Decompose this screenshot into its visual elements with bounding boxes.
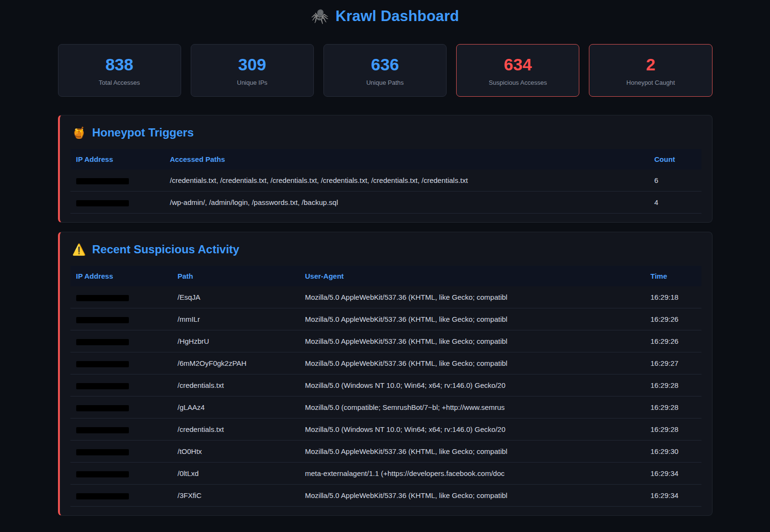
column-header-count: Count [649,149,701,170]
honeypot-tbody: /credentials.txt, /credentials.txt, /cre… [70,170,701,214]
time-cell: 16:29:28 [645,419,701,441]
time-cell: 16:29:30 [645,441,701,463]
stat-label: Unique IPs [237,79,268,86]
column-header-ip: IP Address [70,266,172,286]
path-cell: /6mM2OyF0gk2zPAH [172,352,299,374]
ip-cell [70,192,164,214]
table-row: /6mM2OyF0gk2zPAHMozilla/5.0 AppleWebKit/… [70,352,701,374]
accessed-paths-cell: /credentials.txt, /credentials.txt, /cre… [164,170,649,192]
table-row: /0ltLxdmeta-externalagent/1.1 (+https://… [70,463,701,485]
stat-label: Unique Paths [366,79,403,86]
redacted-ip [76,295,129,301]
stat-value: 636 [371,55,399,74]
column-header-path: Path [172,266,299,286]
stat-value: 2 [646,55,655,74]
table-row: /HgHzbrUMozilla/5.0 AppleWebKit/537.36 (… [70,330,701,352]
redacted-ip [76,427,129,433]
table-header-row: IP Address Accessed Paths Count [70,149,701,170]
stat-card-unique-ips: 309 Unique IPs [191,44,314,97]
spider-icon: 🕷️ [311,9,329,23]
user-agent-cell: Mozilla/5.0 AppleWebKit/537.36 (KHTML, l… [299,308,645,330]
redacted-ip [76,383,129,389]
user-agent-cell: Mozilla/5.0 (compatible; SemrushBot/7~bl… [299,396,645,419]
time-cell: 16:29:27 [645,352,701,374]
redacted-ip [76,493,129,499]
user-agent-cell: Mozilla/5.0 AppleWebKit/537.36 (KHTML, l… [299,441,645,463]
suspicious-tbody: /EsqJAMozilla/5.0 AppleWebKit/537.36 (KH… [70,286,701,507]
ip-cell [70,374,172,396]
path-cell: /credentials.txt [172,419,299,441]
suspicious-title-text: Recent Suspicious Activity [92,243,239,256]
table-row: /mmILrMozilla/5.0 AppleWebKit/537.36 (KH… [70,308,701,330]
count-cell: 4 [649,192,701,214]
suspicious-activity-section: ⚠️ Recent Suspicious Activity IP Address… [58,232,713,516]
column-header-time: Time [645,266,701,286]
stats-row: 838 Total Accesses 309 Unique IPs 636 Un… [58,44,713,97]
redacted-ip [76,178,129,184]
stat-label: Suspicious Accesses [489,79,547,86]
user-agent-cell: Mozilla/5.0 AppleWebKit/537.36 (KHTML, l… [299,330,645,352]
honeypot-table: IP Address Accessed Paths Count /credent… [70,149,701,214]
ip-cell [70,441,172,463]
count-cell: 6 [649,170,701,192]
redacted-ip [76,339,129,345]
path-cell: /mmILr [172,308,299,330]
honeypot-section-title: 🍯 Honeypot Triggers [70,126,701,139]
stat-value: 838 [105,55,133,74]
stat-label: Total Accesses [99,79,140,86]
path-cell: /HgHzbrU [172,330,299,352]
redacted-ip [76,361,129,367]
column-header-ip: IP Address [70,149,164,170]
honeypot-icon: 🍯 [72,127,86,138]
stat-card-suspicious-accesses: 634 Suspicious Accesses [456,44,579,97]
time-cell: 16:29:26 [645,330,701,352]
ip-cell [70,352,172,374]
dashboard: 🕷️ Krawl Dashboard 838 Total Accesses 30… [58,0,713,516]
table-row: /3FXfiCMozilla/5.0 AppleWebKit/537.36 (K… [70,485,701,507]
redacted-ip [76,405,129,411]
redacted-ip [76,471,129,477]
redacted-ip [76,200,129,206]
suspicious-table: IP Address Path User-Agent Time /EsqJAMo… [70,266,701,507]
time-cell: 16:29:28 [645,396,701,419]
stat-card-honeypot-caught: 2 Honeypot Caught [589,44,712,97]
header: 🕷️ Krawl Dashboard [58,0,713,44]
accessed-paths-cell: /wp-admin/, /admin/login, /passwords.txt… [164,192,649,214]
table-row: /credentials.txtMozilla/5.0 (Windows NT … [70,374,701,396]
table-row: /credentials.txt, /credentials.txt, /cre… [70,170,701,192]
table-header-row: IP Address Path User-Agent Time [70,266,701,286]
time-cell: 16:29:34 [645,463,701,485]
path-cell: /EsqJA [172,286,299,308]
user-agent-cell: Mozilla/5.0 AppleWebKit/537.36 (KHTML, l… [299,286,645,308]
path-cell: /3FXfiC [172,485,299,507]
column-header-user-agent: User-Agent [299,266,645,286]
page-title: Krawl Dashboard [335,8,459,25]
redacted-ip [76,317,129,323]
path-cell: /gLAAz4 [172,396,299,419]
ip-cell [70,463,172,485]
ip-cell [70,308,172,330]
stat-value: 309 [238,55,266,74]
time-cell: 16:29:28 [645,374,701,396]
honeypot-title-text: Honeypot Triggers [92,126,194,139]
honeypot-triggers-section: 🍯 Honeypot Triggers IP Address Accessed … [58,115,713,223]
path-cell: /0ltLxd [172,463,299,485]
stat-card-unique-paths: 636 Unique Paths [323,44,447,97]
path-cell: /credentials.txt [172,374,299,396]
ip-cell [70,170,164,192]
user-agent-cell: Mozilla/5.0 (Windows NT 10.0; Win64; x64… [299,419,645,441]
time-cell: 16:29:34 [645,485,701,507]
table-row: /gLAAz4Mozilla/5.0 (compatible; SemrushB… [70,396,701,419]
user-agent-cell: meta-externalagent/1.1 (+https://develop… [299,463,645,485]
time-cell: 16:29:26 [645,308,701,330]
table-row: /tO0HtxMozilla/5.0 AppleWebKit/537.36 (K… [70,441,701,463]
path-cell: /tO0Htx [172,441,299,463]
suspicious-section-title: ⚠️ Recent Suspicious Activity [70,243,701,256]
time-cell: 16:29:18 [645,286,701,308]
ip-cell [70,419,172,441]
stat-label: Honeypot Caught [626,79,675,86]
ip-cell [70,485,172,507]
stat-card-total-accesses: 838 Total Accesses [58,44,181,97]
ip-cell [70,286,172,308]
table-row: /EsqJAMozilla/5.0 AppleWebKit/537.36 (KH… [70,286,701,308]
